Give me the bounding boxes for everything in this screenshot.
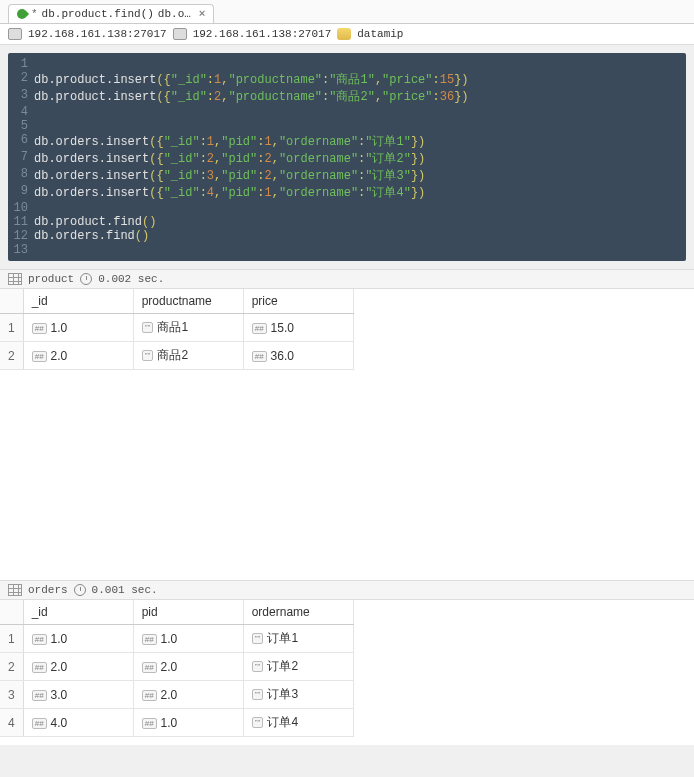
- table-row[interactable]: 2##2.0##2.0""订单2: [0, 653, 353, 681]
- table-cell[interactable]: ""商品1: [133, 314, 243, 342]
- clock-icon: [80, 273, 92, 285]
- code-line[interactable]: 8db.orders.insert({"_id":3,"pid":2,"orde…: [8, 167, 686, 184]
- tab-title-secondary: db.o…: [158, 8, 191, 20]
- string-type-icon: "": [252, 689, 264, 700]
- number-type-icon: ##: [142, 634, 157, 645]
- number-type-icon: ##: [252, 351, 267, 362]
- table-cell[interactable]: ##3.0: [23, 681, 133, 709]
- result-panel-orders: orders 0.001 sec. _idpidordername1##1.0#…: [0, 580, 694, 745]
- result-exec-time: 0.002 sec.: [98, 273, 164, 285]
- table-cell[interactable]: ##1.0: [23, 314, 133, 342]
- result-collection-name: product: [28, 273, 74, 285]
- tab-query-product[interactable]: * db.product.find() db.o… ×: [8, 4, 214, 23]
- table-row[interactable]: 2##2.0""商品2##36.0: [0, 342, 353, 370]
- tab-modified-indicator: *: [31, 8, 38, 20]
- code-line[interactable]: 9db.orders.insert({"_id":4,"pid":1,"orde…: [8, 184, 686, 201]
- column-header[interactable]: _id: [23, 289, 133, 314]
- number-type-icon: ##: [32, 634, 47, 645]
- result-collection-name: orders: [28, 584, 68, 596]
- code-line[interactable]: 5: [8, 119, 686, 133]
- code-line[interactable]: 6db.orders.insert({"_id":1,"pid":1,"orde…: [8, 133, 686, 150]
- editor-tabs: * db.product.find() db.o… ×: [0, 0, 694, 24]
- result-panel-product: product 0.002 sec. _idproductnameprice1#…: [0, 269, 694, 580]
- table-cell[interactable]: ##1.0: [23, 625, 133, 653]
- string-type-icon: "": [142, 322, 154, 333]
- code-line[interactable]: 2db.product.insert({"_id":1,"productname…: [8, 71, 686, 88]
- table-cell[interactable]: ##1.0: [133, 709, 243, 737]
- number-type-icon: ##: [142, 718, 157, 729]
- table-cell[interactable]: ""订单1: [243, 625, 353, 653]
- table-cell[interactable]: ##1.0: [133, 625, 243, 653]
- result-table-product[interactable]: _idproductnameprice1##1.0""商品1##15.02##2…: [0, 289, 354, 370]
- column-header[interactable]: ordername: [243, 600, 353, 625]
- server-icon: [173, 28, 187, 40]
- column-header[interactable]: productname: [133, 289, 243, 314]
- code-line[interactable]: 13: [8, 243, 686, 257]
- database-icon: [337, 28, 351, 40]
- table-cell[interactable]: ""订单4: [243, 709, 353, 737]
- string-type-icon: "": [252, 633, 264, 644]
- table-row[interactable]: 4##4.0##1.0""订单4: [0, 709, 353, 737]
- database-name[interactable]: datamip: [357, 28, 403, 40]
- result-exec-time: 0.001 sec.: [92, 584, 158, 596]
- code-line[interactable]: 12db.orders.find(): [8, 229, 686, 243]
- empty-area: [0, 370, 694, 580]
- result-header-product: product 0.002 sec.: [0, 269, 694, 289]
- number-type-icon: ##: [142, 662, 157, 673]
- table-cell[interactable]: ##36.0: [243, 342, 353, 370]
- string-type-icon: "": [142, 350, 154, 361]
- column-header[interactable]: price: [243, 289, 353, 314]
- column-header[interactable]: pid: [133, 600, 243, 625]
- grid-icon: [8, 273, 22, 285]
- code-line[interactable]: 1: [8, 57, 686, 71]
- number-type-icon: ##: [32, 323, 47, 334]
- number-type-icon: ##: [32, 662, 47, 673]
- table-row[interactable]: 3##3.0##2.0""订单3: [0, 681, 353, 709]
- tab-title: db.product.find(): [42, 8, 154, 20]
- table-cell[interactable]: ##15.0: [243, 314, 353, 342]
- connection-breadcrumb: 192.168.161.138:27017 192.168.161.138:27…: [0, 24, 694, 45]
- table-cell[interactable]: ""订单2: [243, 653, 353, 681]
- string-type-icon: "": [252, 717, 264, 728]
- clock-icon: [74, 584, 86, 596]
- code-line[interactable]: 3db.product.insert({"_id":2,"productname…: [8, 88, 686, 105]
- code-line[interactable]: 11db.product.find(): [8, 215, 686, 229]
- server-icon: [8, 28, 22, 40]
- table-cell[interactable]: ##2.0: [133, 653, 243, 681]
- code-editor[interactable]: 12db.product.insert({"_id":1,"productnam…: [8, 53, 686, 261]
- table-cell[interactable]: ##2.0: [133, 681, 243, 709]
- code-line[interactable]: 7db.orders.insert({"_id":2,"pid":2,"orde…: [8, 150, 686, 167]
- number-type-icon: ##: [142, 690, 157, 701]
- table-cell[interactable]: ""商品2: [133, 342, 243, 370]
- server-host-2[interactable]: 192.168.161.138:27017: [193, 28, 332, 40]
- code-line[interactable]: 10: [8, 201, 686, 215]
- result-header-orders: orders 0.001 sec.: [0, 580, 694, 600]
- empty-area: [0, 737, 694, 745]
- mongodb-leaf-icon: [15, 7, 29, 21]
- table-cell[interactable]: ##2.0: [23, 653, 133, 681]
- table-cell[interactable]: ""订单3: [243, 681, 353, 709]
- column-header[interactable]: _id: [23, 600, 133, 625]
- table-cell[interactable]: ##4.0: [23, 709, 133, 737]
- table-row[interactable]: 1##1.0##1.0""订单1: [0, 625, 353, 653]
- table-row[interactable]: 1##1.0""商品1##15.0: [0, 314, 353, 342]
- number-type-icon: ##: [32, 690, 47, 701]
- result-table-orders[interactable]: _idpidordername1##1.0##1.0""订单12##2.0##2…: [0, 600, 354, 737]
- table-cell[interactable]: ##2.0: [23, 342, 133, 370]
- number-type-icon: ##: [252, 323, 267, 334]
- server-host-1[interactable]: 192.168.161.138:27017: [28, 28, 167, 40]
- string-type-icon: "": [252, 661, 264, 672]
- number-type-icon: ##: [32, 718, 47, 729]
- number-type-icon: ##: [32, 351, 47, 362]
- close-icon[interactable]: ×: [199, 8, 206, 20]
- code-line[interactable]: 4: [8, 105, 686, 119]
- grid-icon: [8, 584, 22, 596]
